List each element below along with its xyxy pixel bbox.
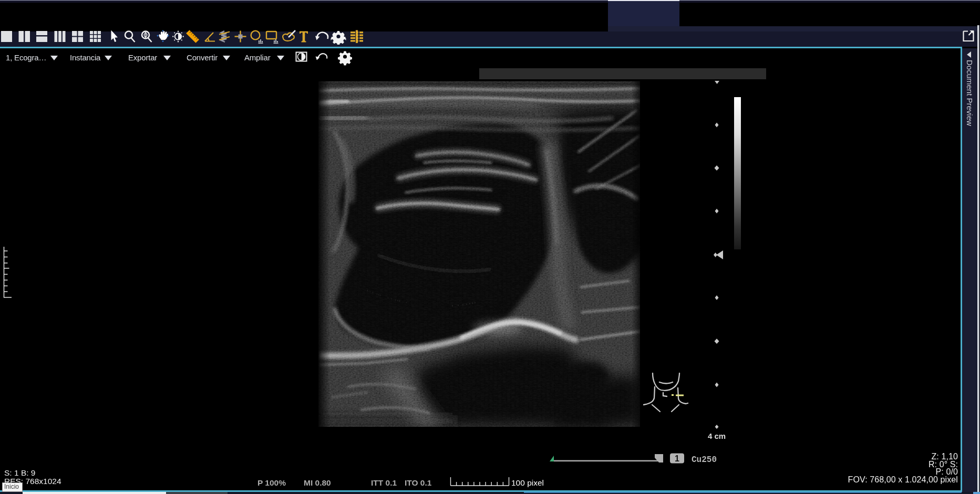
svg-text:1: 1 (675, 454, 679, 463)
svg-text:4 cm: 4 cm (708, 432, 726, 440)
svg-text:Cu250: Cu250 (692, 455, 717, 465)
